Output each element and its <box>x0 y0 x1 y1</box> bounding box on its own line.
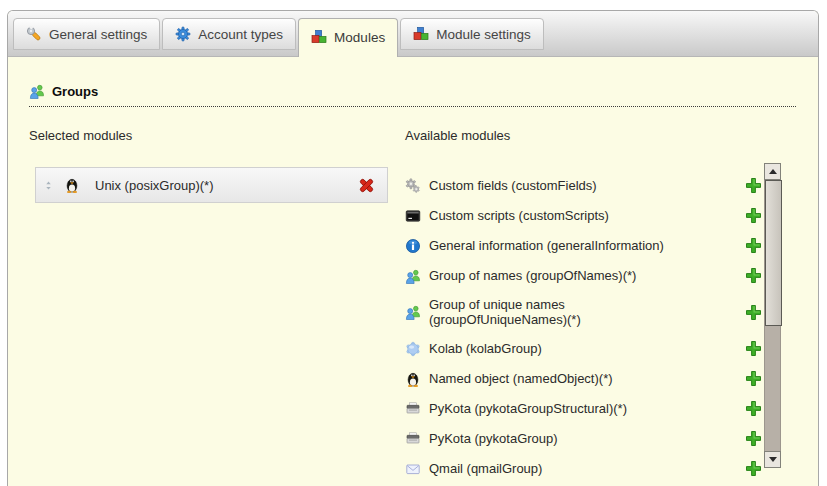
add-module-button[interactable] <box>745 304 762 321</box>
scrollbar-track[interactable] <box>764 180 781 451</box>
available-module-label: Kolab (kolabGroup) <box>429 341 737 356</box>
info-icon <box>405 238 421 254</box>
configuration-panel: General settings Account types Modules M… <box>7 10 819 486</box>
groups-section-heading: Groups <box>29 83 796 107</box>
group-icon <box>405 304 421 320</box>
add-icon <box>745 340 762 357</box>
available-module-label: PyKota (pykotaGroupStructural)(*) <box>429 401 737 416</box>
account-types-icon <box>175 26 191 42</box>
add-module-button[interactable] <box>745 370 762 387</box>
available-module-row: PyKota (pykotaGroup) <box>405 430 762 447</box>
group-icon <box>29 83 45 99</box>
delete-icon <box>358 177 375 194</box>
add-icon <box>745 370 762 387</box>
available-module-row: General information (generalInformation) <box>405 237 762 254</box>
add-module-button[interactable] <box>745 430 762 447</box>
available-module-label: PyKota (pykotaGroup) <box>429 431 737 446</box>
tab-account-types[interactable]: Account types <box>162 18 296 50</box>
tab-label: Modules <box>334 30 385 45</box>
tab-module-settings[interactable]: Module settings <box>400 18 544 50</box>
section-title: Groups <box>52 84 98 99</box>
add-icon <box>745 460 762 477</box>
modules-icon <box>413 26 429 42</box>
add-icon <box>745 177 762 194</box>
available-module-row: Custom fields (customFields) <box>405 177 762 194</box>
linux-icon <box>405 371 421 387</box>
kolab-icon <box>405 341 421 357</box>
add-icon <box>745 237 762 254</box>
available-module-label: Group of names (groupOfNames)(*) <box>429 268 737 283</box>
available-modules-heading: Available modules <box>405 128 510 143</box>
available-module-row: Custom scripts (customScripts) <box>405 207 762 224</box>
selected-modules-heading: Selected modules <box>29 128 132 143</box>
available-module-label: Group of unique names (groupOfUniqueName… <box>429 297 737 327</box>
scroll-down-button[interactable] <box>764 451 781 468</box>
tab-general-settings[interactable]: General settings <box>13 18 160 50</box>
available-module-label: Custom scripts (customScripts) <box>429 208 737 223</box>
gears-icon <box>405 178 421 194</box>
selected-modules-list: Unix (posixGroup)(*) <box>35 167 388 203</box>
available-module-row: PyKota (pykotaGroupStructural)(*) <box>405 400 762 417</box>
arrow-down-icon <box>769 457 777 462</box>
arrow-up-icon <box>769 169 777 174</box>
tab-label: Module settings <box>436 27 531 42</box>
available-module-row: Group of unique names (groupOfUniqueName… <box>405 297 762 327</box>
add-module-button[interactable] <box>745 207 762 224</box>
envelope-icon <box>405 461 421 477</box>
printer-icon <box>405 431 421 447</box>
available-module-row: Qmail (qmailGroup) <box>405 460 762 477</box>
available-module-label: General information (generalInformation) <box>429 238 737 253</box>
available-module-label: Custom fields (customFields) <box>429 178 737 193</box>
add-icon <box>745 304 762 321</box>
scrollbar-thumb[interactable] <box>765 180 782 326</box>
tab-bar: General settings Account types Modules M… <box>8 11 818 57</box>
add-module-button[interactable] <box>745 177 762 194</box>
available-module-row: Group of names (groupOfNames)(*) <box>405 267 762 284</box>
available-modules-list: Custom fields (customFields)Custom scrip… <box>405 177 762 486</box>
linux-icon <box>64 177 80 193</box>
available-module-label: Named object (namedObject)(*) <box>429 371 737 386</box>
add-module-button[interactable] <box>745 267 762 284</box>
drag-handle-icon[interactable] <box>43 179 54 192</box>
add-module-button[interactable] <box>745 237 762 254</box>
add-module-button[interactable] <box>745 340 762 357</box>
add-icon <box>745 400 762 417</box>
available-modules-scrollbar <box>764 163 781 468</box>
selected-module-row: Unix (posixGroup)(*) <box>35 167 388 203</box>
add-module-button[interactable] <box>745 460 762 477</box>
printer-icon <box>405 401 421 417</box>
add-icon <box>745 267 762 284</box>
scroll-up-button[interactable] <box>764 163 781 180</box>
add-module-button[interactable] <box>745 400 762 417</box>
add-icon <box>745 207 762 224</box>
add-icon <box>745 430 762 447</box>
group-icon <box>405 268 421 284</box>
tab-label: Account types <box>198 27 283 42</box>
available-module-row: Named object (namedObject)(*) <box>405 370 762 387</box>
remove-module-button[interactable] <box>358 177 375 194</box>
selected-module-label: Unix (posixGroup)(*) <box>95 178 358 193</box>
wrench-icon <box>26 26 42 42</box>
terminal-icon <box>405 208 421 224</box>
available-module-label: Qmail (qmailGroup) <box>429 461 737 476</box>
tab-label: General settings <box>49 27 147 42</box>
available-module-row: Kolab (kolabGroup) <box>405 340 762 357</box>
tab-modules[interactable]: Modules <box>298 18 398 57</box>
modules-icon <box>311 29 327 45</box>
